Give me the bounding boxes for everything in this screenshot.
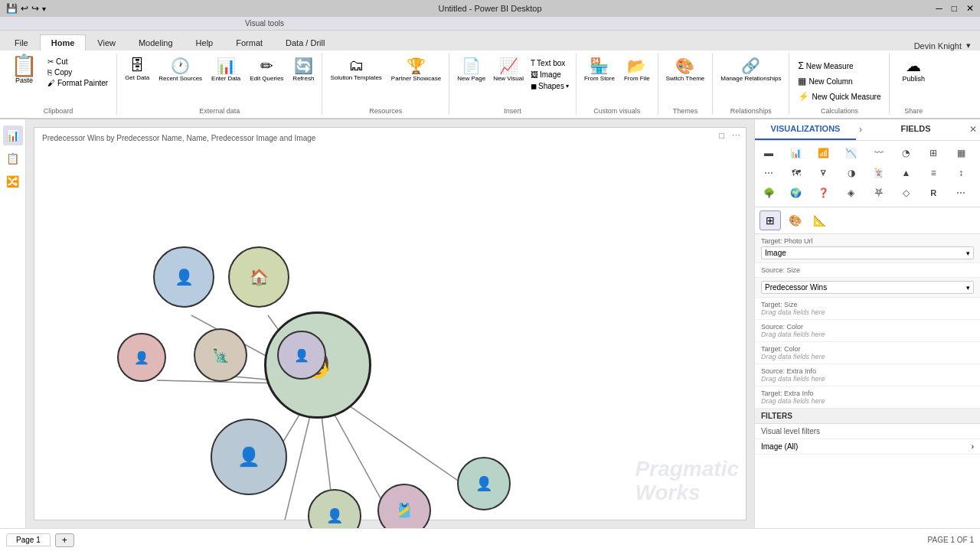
partner-showcase-button[interactable]: 🏆 Partner Showcase — [388, 55, 444, 83]
resources-label: Resources — [327, 106, 444, 115]
viz-decomp[interactable]: 🌳 — [758, 184, 779, 202]
new-visual-button[interactable]: 📈 New Visual — [490, 55, 527, 83]
viz-kpi[interactable]: ▲ — [895, 164, 916, 182]
viz-expand-icon[interactable]: › — [856, 119, 865, 140]
drag-data-1: Drag data fields here — [761, 308, 974, 316]
solution-templates-button[interactable]: 🗂 Solution Templates — [327, 55, 384, 83]
viz-fields-btn[interactable]: ⊞ — [760, 210, 781, 230]
user-menu-icon[interactable]: ▾ — [966, 41, 971, 51]
viz-custom-3[interactable]: ◇ — [895, 184, 916, 202]
viz-map[interactable]: 🗺 — [786, 164, 807, 182]
from-store-button[interactable]: 🏪 From Store — [581, 55, 618, 83]
undo-icon[interactable]: ↩ — [21, 3, 28, 14]
new-page-button[interactable]: 📄 New Page — [454, 55, 488, 83]
viz-slicer[interactable]: ≡ — [923, 164, 944, 182]
new-quick-measure-button[interactable]: ⚡ New Quick Measure — [795, 90, 883, 103]
tab-modeling[interactable]: Modeling — [127, 34, 185, 51]
node-3[interactable]: 👤 — [277, 331, 326, 380]
viz-more[interactable]: ⋯ — [950, 184, 972, 202]
node-7[interactable]: 👤 — [308, 489, 361, 528]
shapes-button[interactable]: ◼ Shapes ▾ — [528, 81, 571, 91]
recent-sources-button[interactable]: 🕐 Recent Sources — [155, 55, 205, 83]
tab-help[interactable]: Help — [185, 34, 225, 51]
viz-stacked-bar[interactable]: ▬ — [758, 144, 779, 162]
status-right: PAGE 1 OF 1 — [928, 536, 974, 544]
tab-file[interactable]: File — [3, 34, 40, 51]
report-view-icon[interactable]: 📊 — [3, 126, 23, 145]
data-view-icon[interactable]: 📋 — [3, 148, 23, 168]
edit-queries-button[interactable]: ✏ Edit Queries — [247, 55, 286, 83]
tab-visualizations[interactable]: VISUALIZATIONS — [755, 119, 856, 140]
maximize-btn[interactable]: □ — [952, 3, 957, 14]
node-2[interactable]: 🏠 — [228, 246, 289, 308]
page-tab-1[interactable]: Page 1 — [6, 533, 51, 546]
node-4[interactable]: 👤 — [117, 333, 166, 382]
canvas-more-icon[interactable]: ⋯ — [730, 131, 743, 141]
viz-custom-1[interactable]: ◈ — [841, 184, 862, 202]
close-btn[interactable]: ✕ — [966, 3, 974, 14]
format-painter-button[interactable]: 🖌 Format Painter — [45, 78, 110, 88]
manage-relationships-button[interactable]: 🔗 Manage Relationships — [717, 55, 784, 83]
minimize-btn[interactable]: ─ — [936, 3, 942, 14]
tab-fields[interactable]: FIELDS — [865, 119, 966, 140]
add-page-btn[interactable]: + — [55, 533, 74, 547]
viz-custom-2[interactable]: ⛧ — [868, 184, 890, 202]
viz-scatter[interactable]: ⋯ — [758, 164, 779, 182]
tab-home[interactable]: Home — [40, 34, 87, 51]
ribbon-section-share: ☁ Publish Share — [890, 54, 937, 115]
publish-button[interactable]: ☁ Publish — [896, 55, 931, 84]
paste-button[interactable]: 📋 Paste — [6, 54, 42, 86]
viz-matrix[interactable]: ▦ — [950, 144, 972, 162]
cut-button[interactable]: ✂ Cut — [45, 57, 110, 67]
predecessor-wins-selector[interactable]: Predecessor Wins ▾ — [761, 281, 974, 294]
share-label: Share — [896, 106, 931, 115]
save-icon[interactable]: 💾 — [6, 3, 18, 14]
viz-config-tools: ⊞ 🎨 📐 — [755, 207, 980, 234]
ribbon-section-calculations: Σ New Measure ▦ New Column ⚡ New Quick M… — [789, 54, 890, 115]
viz-r-script[interactable]: R — [923, 184, 944, 202]
tab-view[interactable]: View — [86, 34, 127, 51]
viz-fill-map[interactable]: 🌍 — [786, 184, 807, 202]
node-1[interactable]: 👤 — [153, 246, 214, 308]
switch-theme-button[interactable]: 🎨 Switch Theme — [663, 55, 708, 83]
viz-card[interactable]: 🃏 — [868, 164, 890, 182]
fields-close-icon[interactable]: ✕ — [966, 119, 980, 140]
enter-data-button[interactable]: 📊 Enter Data — [208, 55, 243, 83]
qa-dropdown-icon[interactable]: ▾ — [42, 5, 46, 13]
canvas-expand-icon[interactable]: □ — [717, 131, 727, 141]
viz-table[interactable]: ⊞ — [923, 144, 944, 162]
new-column-button[interactable]: ▦ New Column — [795, 74, 883, 88]
get-data-button[interactable]: 🗄 Get Data — [122, 55, 152, 83]
viz-clustered-bar[interactable]: 📊 — [786, 144, 807, 162]
viz-pie[interactable]: ◔ — [895, 144, 916, 162]
external-data-label: External data — [122, 106, 317, 115]
canvas[interactable]: □ ⋯ Predecessor Wins by Predecessor Name… — [34, 127, 746, 520]
from-file-button[interactable]: 📂 From File — [621, 55, 653, 83]
text-box-button[interactable]: T Text box — [528, 58, 571, 68]
viz-area[interactable]: 〰 — [868, 144, 890, 162]
node-8[interactable]: 🎽 — [377, 484, 431, 528]
viz-waterfall[interactable]: ↕ — [950, 164, 972, 182]
viz-gauge[interactable]: ◑ — [841, 164, 862, 182]
custom-visuals-label: Custom visuals — [581, 106, 653, 115]
redo-icon[interactable]: ↪ — [31, 3, 39, 14]
new-measure-button[interactable]: Σ New Measure — [795, 59, 883, 73]
viz-format-btn[interactable]: 🎨 — [784, 210, 805, 230]
node-6[interactable]: 👤 — [211, 419, 287, 495]
viz-line[interactable]: 📉 — [841, 144, 862, 162]
canvas-area: PragmaticWorks □ ⋯ Predecessor Wins by P… — [26, 119, 754, 528]
refresh-button[interactable]: 🔄 Refresh — [289, 55, 317, 83]
tab-format[interactable]: Format — [224, 34, 274, 51]
viz-stacked-col[interactable]: 📶 — [813, 144, 835, 162]
viz-analytics-btn[interactable]: 📐 — [808, 210, 830, 230]
viz-qa[interactable]: ❓ — [813, 184, 835, 202]
viz-funnel[interactable]: ⛛ — [813, 164, 835, 182]
node-5[interactable]: 🗽 — [194, 328, 247, 382]
node-10[interactable]: 👤 — [457, 457, 511, 510]
copy-button[interactable]: ⎘ Copy — [45, 67, 110, 77]
model-view-icon[interactable]: 🔀 — [3, 171, 23, 191]
tab-data-drill[interactable]: Data / Drill — [274, 34, 336, 51]
image-button[interactable]: 🖼 Image — [528, 70, 571, 80]
image-field-selector[interactable]: Image ▾ — [761, 246, 974, 259]
image-filter[interactable]: Image (All) › — [755, 439, 980, 455]
